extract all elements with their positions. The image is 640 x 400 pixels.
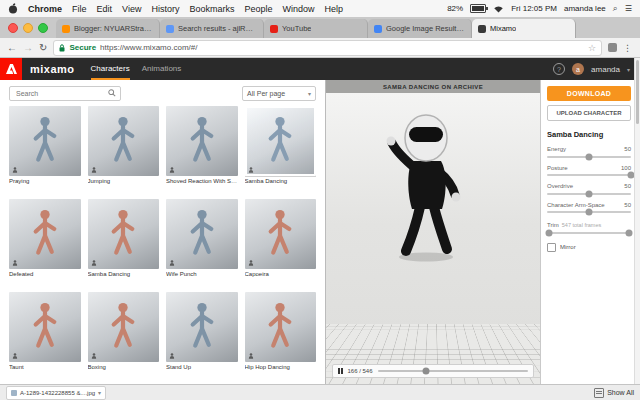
animation-card[interactable]: Stand Up <box>166 292 238 377</box>
menu-item[interactable]: File <box>72 4 87 14</box>
per-page-select[interactable]: All Per page ▾ <box>242 86 316 101</box>
tab-label: YouTube <box>282 24 311 33</box>
avatar[interactable]: a <box>572 63 584 75</box>
spotlight-icon[interactable]: ⌕ <box>613 3 618 14</box>
pause-button[interactable] <box>338 368 343 374</box>
animation-card[interactable]: Wife Punch <box>166 199 238 284</box>
character-model[interactable] <box>378 107 474 267</box>
scrollbar-thumb[interactable] <box>636 60 639 124</box>
animation-card[interactable]: Jumping <box>88 106 160 191</box>
forward-button[interactable]: → <box>23 43 33 53</box>
animation-name: Samba Dancing <box>547 130 631 139</box>
browser-tab[interactable]: Google Image Result for http... <box>368 19 472 38</box>
downloaded-file-chip[interactable]: A-1289-1432228855 &....jpg ▾ <box>6 386 106 400</box>
trim-slider-track[interactable] <box>547 232 631 234</box>
menubar-user[interactable]: amanda lee <box>564 4 606 13</box>
animation-thumbnail <box>166 292 238 362</box>
browser-tab[interactable]: Blogger: NYUARStradClass... <box>56 19 160 38</box>
animation-card[interactable]: Hip Hop Dancing <box>245 292 317 377</box>
animation-card[interactable]: Taunt <box>9 292 81 377</box>
apple-menu-icon[interactable] <box>8 3 18 14</box>
trim-thumb-end[interactable] <box>626 229 633 236</box>
trim-label: Trim <box>547 222 559 228</box>
animation-card-label: Capoeira <box>245 269 317 282</box>
browser-tab[interactable]: Mixamo <box>472 19 576 38</box>
browser-tab[interactable]: Search results - ajlR6S@nyu... <box>160 19 264 38</box>
omnibox[interactable]: Secure https://www.mixamo.com/#/ ☆ <box>53 40 602 56</box>
timeline-thumb[interactable] <box>422 368 429 375</box>
animation-thumbnail <box>245 292 317 362</box>
menu-item[interactable]: History <box>151 4 179 14</box>
animation-card-label: Samba Dancing <box>88 269 160 282</box>
trim-thumb-start[interactable] <box>545 229 552 236</box>
zoom-window-button[interactable] <box>38 23 48 33</box>
animation-card[interactable]: Boxing <box>88 292 160 377</box>
notification-center-icon[interactable]: ☰ <box>625 4 632 13</box>
mirror-checkbox[interactable] <box>547 243 556 252</box>
animation-card-label: Jumping <box>88 176 160 189</box>
character-pose-icon <box>106 207 140 261</box>
nav-characters[interactable]: Characters <box>91 58 130 80</box>
help-icon[interactable]: ? <box>553 63 565 75</box>
character-pose-icon <box>106 114 140 168</box>
parameter-row: Overdrive 50 <box>547 183 631 195</box>
menu-items: ChromeFileEditViewHistoryBookmarksPeople… <box>28 4 343 14</box>
back-button[interactable]: ← <box>7 43 17 53</box>
animation-card[interactable]: Praying <box>9 106 81 191</box>
menu-item[interactable]: Chrome <box>28 4 62 14</box>
search-input[interactable] <box>14 89 108 98</box>
parameter-slider-thumb[interactable] <box>586 209 593 216</box>
animation-thumbnail <box>166 199 238 269</box>
parameter-slider-thumb[interactable] <box>586 190 593 197</box>
extension-icon[interactable] <box>608 43 617 52</box>
download-button[interactable]: DOWNLOAD <box>547 86 631 101</box>
close-window-button[interactable] <box>8 23 18 33</box>
parameter-slider-track[interactable] <box>547 174 631 176</box>
mixamo-logo[interactable]: mixamo <box>30 63 75 75</box>
parameter-slider-thumb[interactable] <box>586 153 593 160</box>
account-name[interactable]: amanda <box>591 65 620 74</box>
tab-label: Search results - ajlR6S@nyu... <box>178 24 257 33</box>
parameter-slider-track[interactable] <box>547 156 631 158</box>
character-pose-icon <box>263 114 297 168</box>
tab-favicon-icon <box>478 25 486 33</box>
animation-thumbnail <box>88 292 160 362</box>
character-pose-icon <box>263 207 297 261</box>
menu-item[interactable]: Help <box>324 4 343 14</box>
show-all-downloads-button[interactable]: Show All <box>594 388 634 398</box>
upload-character-button[interactable]: UPLOAD CHARACTER <box>547 105 631 121</box>
animation-card[interactable]: Shoved Reaction With Spin <box>166 106 238 191</box>
person-icon <box>169 353 175 359</box>
viewport-3d[interactable]: SAMBA DANCING ON ARCHIVE <box>325 80 540 384</box>
menubar-clock[interactable]: Fri 12:05 PM <box>511 4 557 13</box>
menu-item[interactable]: Edit <box>97 4 113 14</box>
panel-toolbar: All Per page ▾ <box>0 80 325 106</box>
animation-card[interactable]: Defeated <box>9 199 81 284</box>
bookmark-star-icon[interactable]: ☆ <box>588 43 596 53</box>
download-options-caret-icon[interactable]: ▾ <box>98 389 101 396</box>
browser-tab[interactable]: YouTube <box>264 19 368 38</box>
trim-total-frames: 547 total frames <box>562 222 601 228</box>
adobe-logo[interactable] <box>0 58 22 80</box>
animation-card[interactable]: Samba Dancing <box>88 199 160 284</box>
page-scrollbar[interactable] <box>634 58 640 384</box>
menu-item[interactable]: View <box>122 4 141 14</box>
menu-item[interactable]: Bookmarks <box>189 4 234 14</box>
parameter-slider-track[interactable] <box>547 193 631 195</box>
animation-card[interactable]: Capoeira <box>245 199 317 284</box>
menu-item[interactable]: People <box>244 4 272 14</box>
refresh-button[interactable]: ↻ <box>39 43 47 53</box>
search-box[interactable] <box>9 86 121 101</box>
tab-strip: Blogger: NYUARStradClass...Search result… <box>56 19 576 38</box>
animation-card[interactable]: Samba Dancing <box>245 106 317 191</box>
menu-item[interactable]: Window <box>282 4 314 14</box>
minimize-window-button[interactable] <box>23 23 33 33</box>
battery-percent: 82% <box>447 4 463 13</box>
chrome-menu-icon[interactable]: ⋮ <box>623 43 633 53</box>
wifi-icon[interactable] <box>493 5 504 13</box>
scene-3d[interactable]: 166 / 546 <box>326 93 540 384</box>
parameter-slider-track[interactable] <box>547 211 631 213</box>
browser-tabbar: Blogger: NYUARStradClass...Search result… <box>0 18 640 38</box>
timeline-track[interactable] <box>378 370 528 372</box>
nav-animations[interactable]: Animations <box>142 58 182 80</box>
